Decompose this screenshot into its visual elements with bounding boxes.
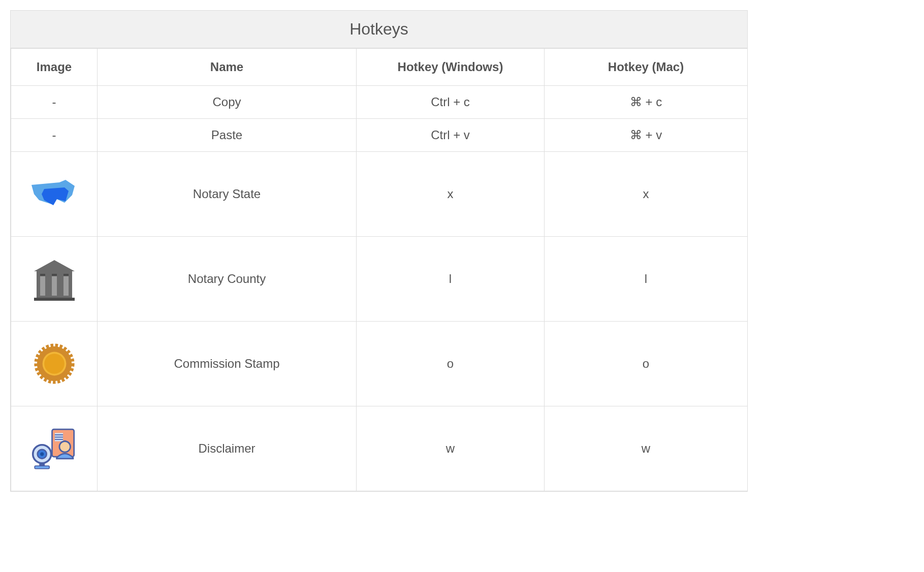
cell-hotkey-windows: w <box>357 406 545 491</box>
table-row: - Paste Ctrl + v ⌘ + v <box>11 119 748 152</box>
cell-name: Notary State <box>98 152 357 237</box>
col-header-name: Name <box>98 49 357 86</box>
cell-image <box>11 152 98 237</box>
table-header-row: Image Name Hotkey (Windows) Hotkey (Mac) <box>11 49 748 86</box>
table-row: Disclaimer w w <box>11 406 748 491</box>
commission-stamp-icon <box>29 341 80 387</box>
svg-rect-8 <box>34 298 75 301</box>
col-header-windows: Hotkey (Windows) <box>357 49 545 86</box>
cell-name: Commission Stamp <box>98 322 357 406</box>
cell-hotkey-windows: Ctrl + c <box>357 86 545 119</box>
svg-point-21 <box>40 452 44 456</box>
table-row: - Copy Ctrl + c ⌘ + c <box>11 86 748 119</box>
col-header-mac: Hotkey (Mac) <box>545 49 748 86</box>
svg-rect-3 <box>52 276 57 296</box>
state-map-icon <box>29 172 80 213</box>
table-row: Notary State x x <box>11 152 748 237</box>
cell-name: Disclaimer <box>98 406 357 491</box>
cell-hotkey-mac: l <box>545 237 748 322</box>
svg-marker-0 <box>34 260 75 271</box>
cell-image <box>11 237 98 322</box>
svg-rect-5 <box>40 274 45 276</box>
svg-rect-7 <box>63 274 69 276</box>
cell-hotkey-mac: o <box>545 322 748 406</box>
svg-rect-6 <box>52 274 57 276</box>
cell-hotkey-mac: w <box>545 406 748 491</box>
svg-rect-2 <box>40 276 45 296</box>
table-row: Notary County l l <box>11 237 748 322</box>
table-row: Commission Stamp o o <box>11 322 748 406</box>
cell-name: Paste <box>98 119 357 152</box>
hotkeys-table: Hotkeys Image Name Hotkey (Windows) Hotk… <box>10 10 748 492</box>
cell-hotkey-windows: Ctrl + v <box>357 119 545 152</box>
svg-rect-4 <box>63 276 69 296</box>
disclaimer-icon <box>29 426 80 471</box>
cell-image <box>11 406 98 491</box>
cell-hotkey-windows: l <box>357 237 545 322</box>
cell-hotkey-mac: ⌘ + v <box>545 119 748 152</box>
cell-image: - <box>11 86 98 119</box>
cell-name: Copy <box>98 86 357 119</box>
cell-hotkey-windows: o <box>357 322 545 406</box>
svg-point-18 <box>59 441 70 453</box>
cell-hotkey-mac: ⌘ + c <box>545 86 748 119</box>
cell-image: - <box>11 119 98 152</box>
cell-hotkey-mac: x <box>545 152 748 237</box>
county-building-icon <box>29 256 80 302</box>
cell-name: Notary County <box>98 237 357 322</box>
no-image-dash: - <box>52 128 56 142</box>
svg-rect-23 <box>35 466 49 468</box>
table-title: Hotkeys <box>11 11 747 48</box>
no-image-dash: - <box>52 95 56 109</box>
cell-image <box>11 322 98 406</box>
svg-point-12 <box>44 354 65 374</box>
cell-hotkey-windows: x <box>357 152 545 237</box>
col-header-image: Image <box>11 49 98 86</box>
